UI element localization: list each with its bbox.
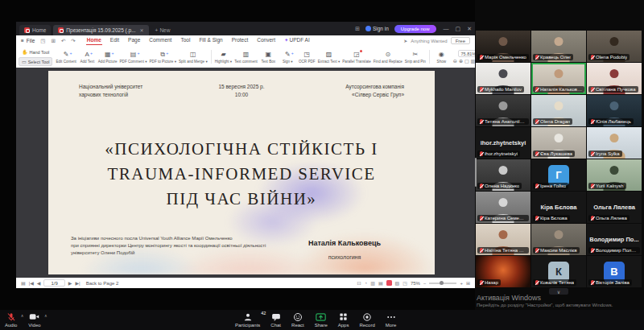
participant-tile[interactable]: Кіра БєловаКіра Бєлова — [531, 192, 586, 223]
participant-tile[interactable]: Максим Маслієв — [531, 224, 586, 255]
minimize-icon[interactable]: — — [444, 26, 449, 32]
menu-tab-home[interactable]: Home — [86, 36, 102, 45]
toolbar-more-button[interactable]: More — [386, 311, 397, 328]
participant-tile[interactable]: ГІрена Гойко — [531, 159, 586, 191]
redo-icon[interactable]: ↷ — [71, 38, 75, 44]
fullscreen-icon[interactable]: ⊞ — [466, 280, 470, 286]
menu-tab-convert[interactable]: Convert — [256, 36, 276, 45]
participant-tile[interactable]: Ольга ЛялеваОльга Лялева — [587, 192, 642, 223]
ribbon-button-highlight[interactable]: ▰Highlight ▾ — [214, 51, 233, 64]
page-number-field[interactable]: 1/9 — [43, 279, 64, 287]
participant-tile[interactable]: Марія Омельченко — [476, 31, 530, 62]
tab-home[interactable]: Home — [19, 25, 51, 35]
toolbar-apps-button[interactable]: Apps — [338, 311, 349, 328]
maximize-icon[interactable]: ▢ — [456, 26, 461, 32]
ribbon-button-split-and-merge[interactable]: ◫Split and Merge ▾ — [178, 51, 208, 64]
toolbar-participants-button[interactable]: Participants42 — [235, 311, 260, 328]
save-icon[interactable]: ◳ — [40, 38, 45, 44]
select-tool-button[interactable]: ▭ Select Tool — [19, 57, 52, 66]
close-icon[interactable]: ✕ — [467, 26, 472, 32]
menu-tab-edit[interactable]: Edit — [109, 36, 120, 45]
ribbon-button-pdf-to-picture[interactable]: ⧉+PDF to Picture ▾ — [149, 51, 177, 64]
ribbon-button-add-picture[interactable]: ▦+Add Picture — [97, 51, 118, 64]
toolbar-react-button[interactable]: React — [291, 311, 304, 328]
zoom-in-icon[interactable]: ⊕ — [459, 58, 463, 64]
ribbon-button-edit-content[interactable]: ✎+Edit Content — [55, 51, 76, 64]
zoom-slider[interactable] — [429, 283, 456, 284]
participant-tile[interactable]: Світлана Пучкова — [587, 63, 642, 94]
ribbon-button-parallel-translate[interactable]: ◲Parallel Translate — [341, 51, 372, 64]
tab-close-icon[interactable]: ✕ — [140, 27, 144, 33]
hand-tool-button[interactable]: ✋ Hand Tool — [19, 47, 52, 56]
ribbon-button-sign[interactable]: ✎+Sign ▾ — [279, 51, 297, 64]
participant-tile[interactable]: Iryna Sylka — [587, 127, 642, 159]
first-page-icon[interactable]: |◀ — [29, 280, 34, 286]
active-annotation-icon[interactable] — [386, 280, 392, 286]
rotate-icon[interactable]: ⊡ — [357, 280, 361, 286]
print-icon[interactable]: ⊞ — [51, 38, 55, 44]
participant-tile[interactable]: Юлія Любанець — [587, 95, 642, 126]
chevron-up-icon[interactable]: ∧ — [21, 313, 24, 318]
new-tab-button[interactable]: + New — [151, 25, 175, 35]
panel-scrollbar[interactable] — [475, 158, 477, 187]
zoom-plus-icon[interactable]: + — [460, 281, 463, 286]
menu-tab-page[interactable]: Page — [127, 36, 141, 45]
participant-tile[interactable]: Олена Надєнко — [476, 159, 530, 191]
ribbon-button-text-box[interactable]: ▣Text Box — [259, 51, 278, 64]
back-to-page-link[interactable]: Back to Page 2 — [86, 281, 119, 286]
participant-tile[interactable]: Yurii Kalnysh — [587, 159, 642, 191]
prev-page-icon[interactable]: ◀ — [37, 280, 41, 286]
next-page-icon[interactable]: ▶ — [68, 280, 72, 286]
participant-tile[interactable]: Olena Dragan — [531, 95, 586, 126]
ribbon-button-find-and-replace[interactable]: ⊙Find and Replace — [373, 51, 403, 64]
ribbon-button-ocr-pdf[interactable]: ◳OCR PDF — [298, 51, 316, 64]
feedback-label[interactable]: Anything Wanted — [411, 39, 447, 43]
participant-tile[interactable]: Тетяна Анатоліївна С... — [476, 95, 530, 126]
layout-icon[interactable]: ⊞ — [355, 26, 360, 32]
last-page-icon[interactable]: ▶| — [75, 280, 80, 286]
participant-tile[interactable]: ВВікторія Заліва — [587, 256, 642, 287]
ribbon-button-add-text[interactable]: A+Add Text — [78, 51, 97, 64]
participant-tile[interactable]: Наталія Кальковець — [531, 63, 586, 94]
participant-tile[interactable]: Катерина Семененко — [476, 192, 530, 223]
participant-tile[interactable]: Нікітіна Тетяна Андрі... — [476, 224, 530, 255]
book-view-icon[interactable]: ▤ — [378, 280, 383, 286]
ribbon-button-show[interactable]: ◉Show — [432, 51, 451, 64]
participant-tile[interactable]: Olena Podobiy — [587, 31, 642, 62]
toolbar-record-button[interactable]: Record — [359, 311, 374, 328]
ribbon-button-extract-text[interactable]: ▨Extract Text ▾ — [317, 51, 341, 64]
sign-in-button[interactable]: Sign in — [365, 26, 389, 31]
scroll-view-icon[interactable]: ▧ — [395, 280, 400, 286]
thumbnail-panel-icon[interactable]: ▤ — [21, 280, 26, 286]
zoom-minus-icon[interactable]: − — [423, 281, 427, 286]
menu-tab-fill-sign[interactable]: Fill & Sign — [198, 36, 223, 45]
single-page-icon[interactable]: ▢ — [464, 58, 469, 64]
marquee-icon[interactable]: ◔ — [365, 281, 368, 286]
upgrade-button[interactable]: Upgrade now — [394, 25, 436, 33]
menu-tab-comment[interactable]: Comment — [148, 36, 172, 45]
file-menu[interactable]: ≡ File — [21, 38, 35, 43]
tab-document[interactable]: Презентація 15.09.2025 (.p... ✕ — [53, 25, 148, 35]
participant-tile[interactable]: Mykhailo Manilov — [476, 63, 530, 94]
participant-tile[interactable]: Володимир По...Володимир Польовик — [587, 224, 642, 255]
single-view-icon[interactable]: ▥ — [370, 280, 375, 286]
toolbar-share-button[interactable]: Share — [315, 311, 328, 328]
toolbar-chat-button[interactable]: Chat — [270, 311, 281, 328]
participant-tile[interactable]: ihor.zhytnetskyiihor.zhytnetskyi — [476, 127, 530, 159]
participant-tile[interactable]: Назар — [476, 256, 530, 287]
participant-tile[interactable]: Кравець Олег — [531, 31, 586, 62]
chevron-up-icon[interactable]: ∧ — [44, 313, 47, 318]
fit-page-icon[interactable]: ◳ — [402, 280, 407, 286]
undo-icon[interactable]: ↶ — [61, 38, 65, 44]
ribbon-button-text-comment[interactable]: ▥Text comment — [233, 51, 258, 64]
zoom-level-select[interactable]: 75.81% ▾ — [458, 50, 475, 57]
menu-tab-tool[interactable]: Tool — [180, 36, 191, 45]
ribbon-button-snip-and-pin[interactable]: ✂Snip and Pin — [404, 51, 427, 64]
toolbar-audio-button[interactable]: Audio∧ — [5, 311, 17, 328]
participant-tile[interactable]: ККовалів Тетяна — [531, 256, 586, 287]
participant-tile[interactable]: Єва Лукашева — [531, 127, 586, 159]
zoom-out-icon[interactable]: ⊖ — [453, 58, 457, 64]
free-badge[interactable]: Free — [451, 37, 470, 44]
menu-tab-protect[interactable]: Protect — [231, 36, 250, 45]
toolbar-video-button[interactable]: Video∧ — [28, 311, 40, 328]
